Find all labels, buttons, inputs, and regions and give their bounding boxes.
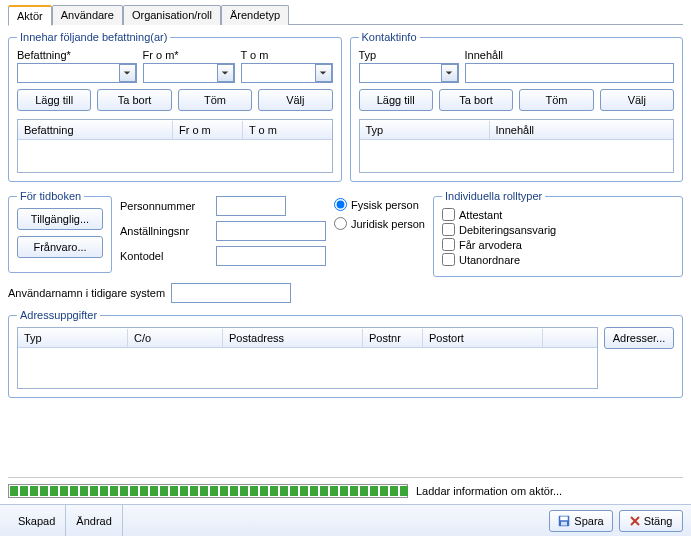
skapad-segment: Skapad (8, 505, 66, 536)
tidboken-group: För tidboken Tillgänglig... Frånvaro... (8, 190, 112, 273)
fysisk-text: Fysisk person (351, 199, 419, 211)
status-bar: Skapad Ändrad Spara Stäng (0, 504, 691, 536)
prevuser-label: Användarnamn i tidigare system (8, 287, 165, 299)
juridisk-radio[interactable] (334, 217, 347, 230)
chevron-down-icon[interactable] (315, 64, 332, 82)
th-innehall[interactable]: Innehåll (490, 121, 674, 139)
tab-aktor[interactable]: Aktör (8, 5, 52, 26)
close-icon (630, 516, 640, 526)
tab-orgroll-label: Organisation/roll (132, 9, 212, 21)
befattningar-tom-button[interactable]: Töm (178, 89, 252, 111)
adress-table-head: Typ C/o Postadress Postnr Postort (18, 328, 597, 348)
chevron-down-icon[interactable] (217, 64, 234, 82)
th-from[interactable]: Fr o m (173, 121, 243, 139)
juridisk-text: Juridisk person (351, 218, 425, 230)
anstallningsnr-input[interactable] (216, 221, 326, 241)
tab-strip: Aktör Användare Organisation/roll Ärende… (8, 4, 683, 25)
adress-group: Adressuppgifter Typ C/o Postadress Postn… (8, 309, 683, 398)
kontaktinfo-table-head: Typ Innehåll (360, 120, 674, 140)
juridisk-radio-label[interactable]: Juridisk person (334, 217, 425, 230)
tab-arendetyp[interactable]: Ärendetyp (221, 5, 289, 25)
rolltyper-group: Individuella rolltyper Attestant Debiter… (433, 190, 683, 277)
tom-combo[interactable] (241, 63, 333, 83)
svg-rect-1 (561, 516, 569, 520)
chevron-down-icon[interactable] (119, 64, 136, 82)
progress-fill (10, 486, 408, 496)
kontakt-valj-button[interactable]: Välj (600, 89, 674, 111)
debit-checkbox[interactable] (442, 223, 455, 236)
tom-label: T o m (241, 49, 333, 61)
fysisk-radio[interactable] (334, 198, 347, 211)
stang-label: Stäng (644, 515, 673, 527)
andrad-label: Ändrad (76, 515, 111, 527)
personnummer-label: Personnummer (120, 200, 210, 212)
th-postort[interactable]: Postort (423, 329, 543, 347)
save-icon (558, 515, 570, 527)
prevuser-input[interactable] (171, 283, 291, 303)
attestant-text: Attestant (459, 209, 502, 221)
kontodel-label: Kontodel (120, 250, 210, 262)
tab-anvandare[interactable]: Användare (52, 5, 123, 25)
persontype-block: Fysisk person Juridisk person (334, 190, 425, 230)
th-typ[interactable]: Typ (360, 121, 490, 139)
fysisk-radio-label[interactable]: Fysisk person (334, 198, 425, 211)
tab-anvandare-label: Användare (61, 9, 114, 21)
th-postadress[interactable]: Postadress (223, 329, 363, 347)
attestant-check-label[interactable]: Attestant (442, 208, 674, 221)
kontaktinfo-group: Kontaktinfo Typ Innehåll Lägg till Ta bo… (350, 31, 684, 182)
franvaro-button[interactable]: Frånvaro... (17, 236, 103, 258)
rolltyper-legend: Individuella rolltyper (442, 190, 545, 202)
th-postnr[interactable]: Postnr (363, 329, 423, 347)
kontakt-tom-button[interactable]: Töm (519, 89, 593, 111)
befattningar-table-head: Befattning Fr o m T o m (18, 120, 332, 140)
typ-label: Typ (359, 49, 459, 61)
attestant-checkbox[interactable] (442, 208, 455, 221)
kontakt-lagg-button[interactable]: Lägg till (359, 89, 433, 111)
innehall-input[interactable] (465, 63, 675, 83)
chevron-down-icon[interactable] (441, 64, 458, 82)
th-co[interactable]: C/o (128, 329, 223, 347)
befattningar-tabort-button[interactable]: Ta bort (97, 89, 171, 111)
adresser-button[interactable]: Adresser... (604, 327, 674, 349)
befattning-label: Befattning* (17, 49, 137, 61)
typ-combo[interactable] (359, 63, 459, 83)
th-adress-typ[interactable]: Typ (18, 329, 128, 347)
tidboken-legend: För tidboken (17, 190, 84, 202)
th-befattning[interactable]: Befattning (18, 121, 173, 139)
befattningar-valj-button[interactable]: Välj (258, 89, 332, 111)
from-combo[interactable] (143, 63, 235, 83)
kontaktinfo-legend: Kontaktinfo (359, 31, 420, 43)
th-tom[interactable]: T o m (243, 121, 332, 139)
anstallningsnr-label: Anställningsnr (120, 225, 210, 237)
tab-arendetyp-label: Ärendetyp (230, 9, 280, 21)
debit-text: Debiteringsansvarig (459, 224, 556, 236)
skapad-label: Skapad (18, 515, 55, 527)
befattningar-legend: Innehar följande befattning(ar) (17, 31, 170, 43)
befattning-combo[interactable] (17, 63, 137, 83)
kontodel-input[interactable] (216, 246, 326, 266)
arvodera-checkbox[interactable] (442, 238, 455, 251)
kontaktinfo-table[interactable]: Typ Innehåll (359, 119, 675, 173)
personnummer-input[interactable] (216, 196, 286, 216)
stang-button[interactable]: Stäng (619, 510, 683, 532)
arvodera-text: Får arvodera (459, 239, 522, 251)
tab-aktor-label: Aktör (17, 10, 43, 22)
tab-orgroll[interactable]: Organisation/roll (123, 5, 221, 25)
spara-button[interactable]: Spara (549, 510, 613, 532)
befattningar-group: Innehar följande befattning(ar) Befattni… (8, 31, 342, 182)
befattningar-lagg-button[interactable]: Lägg till (17, 89, 91, 111)
svg-rect-2 (561, 521, 567, 525)
utan-checkbox[interactable] (442, 253, 455, 266)
adress-legend: Adressuppgifter (17, 309, 100, 321)
spara-label: Spara (574, 515, 603, 527)
befattningar-table[interactable]: Befattning Fr o m T o m (17, 119, 333, 173)
kontakt-tabort-button[interactable]: Ta bort (439, 89, 513, 111)
progress-area: Laddar information om aktör... (8, 477, 683, 498)
progress-bar (8, 484, 408, 498)
adress-table[interactable]: Typ C/o Postadress Postnr Postort (17, 327, 598, 389)
utan-check-label[interactable]: Utanordnare (442, 253, 674, 266)
arvodera-check-label[interactable]: Får arvodera (442, 238, 674, 251)
utan-text: Utanordnare (459, 254, 520, 266)
tillganglig-button[interactable]: Tillgänglig... (17, 208, 103, 230)
debit-check-label[interactable]: Debiteringsansvarig (442, 223, 674, 236)
